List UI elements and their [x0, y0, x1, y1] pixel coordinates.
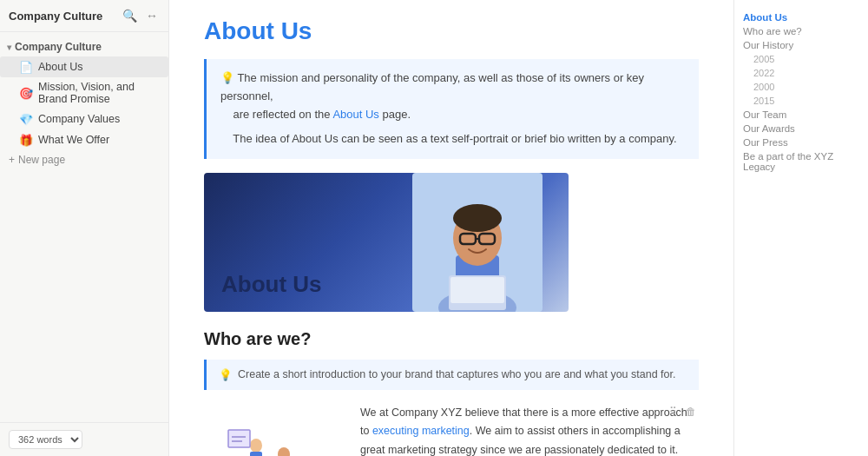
callout-line2: are reflected on the About Us page. — [220, 106, 685, 124]
callout-text3: page. — [379, 108, 411, 121]
toc-item-our-press[interactable]: Our Press — [743, 135, 859, 149]
sidebar-menu-icon[interactable]: ↔ — [144, 7, 160, 24]
toc-item-who-are-we[interactable]: Who are we? — [743, 24, 859, 38]
svg-rect-23 — [228, 430, 250, 447]
svg-point-21 — [250, 439, 262, 453]
sidebar-item-about-us[interactable]: 📄 About Us — [0, 56, 168, 77]
who-tip-text: Create a short introduction to your bran… — [238, 368, 675, 380]
grid-icon[interactable]: ⠿ — [667, 404, 680, 420]
toc-item-2015[interactable]: 2015 — [743, 94, 859, 108]
sidebar-item-label: Company Values — [38, 113, 120, 125]
two-col-section: ⠿ 🗑 — [204, 404, 699, 456]
block-controls: ⠿ 🗑 — [667, 404, 699, 420]
page-icon: 📄 — [19, 60, 33, 74]
toc-sidebar: About Us Who are we? Our History 2005 20… — [733, 0, 868, 456]
new-page-label: New page — [18, 154, 65, 166]
svg-point-4 — [453, 204, 502, 232]
page-title: About Us — [204, 17, 699, 45]
toc-item-our-team[interactable]: Our Team — [743, 108, 859, 122]
callout-link[interactable]: About Us — [332, 108, 378, 121]
body-paragraph-1: We at Company XYZ believe that there is … — [360, 404, 699, 456]
sidebar-item-label: Mission, Vision, and Brand Promise — [38, 81, 160, 105]
sidebar-item-what-we-offer[interactable]: 🎁 What We Offer — [0, 129, 168, 150]
body-text: We at Company XYZ believe that there is … — [360, 404, 699, 456]
highlight-1: executing marketing — [372, 425, 470, 437]
callout-text2: are reflected on the — [233, 108, 332, 121]
svg-rect-9 — [450, 277, 504, 303]
callout-line1: 💡 The mission and personality of the com… — [220, 69, 685, 106]
who-tip-callout: 💡 Create a short introduction to your br… — [204, 360, 699, 390]
toc-item-2005[interactable]: 2005 — [743, 52, 859, 66]
toc-item-our-awards[interactable]: Our Awards — [743, 122, 859, 135]
who-are-we-title: Who are we? — [204, 329, 699, 349]
word-count-bar: 362 words — [0, 422, 168, 456]
sidebar-parent-label: Company Culture — [15, 41, 102, 53]
bulb-icon-2: 💡 — [219, 368, 233, 381]
page-icon: 🎁 — [19, 133, 33, 147]
new-page-button[interactable]: + New page — [0, 150, 168, 169]
bulb-icon: 💡 — [220, 71, 234, 84]
toc-item-xyz-legacy[interactable]: Be a part of the XYZ Legacy — [743, 149, 859, 174]
hero-illustration — [412, 173, 542, 312]
sidebar-parent-item[interactable]: ▾ Company Culture — [0, 37, 168, 56]
svg-rect-22 — [250, 452, 262, 456]
trash-icon[interactable]: 🗑 — [683, 404, 699, 420]
search-icon[interactable]: 🔍 — [121, 7, 139, 24]
sidebar-header: Company Culture 🔍 ↔ — [0, 0, 168, 32]
iso-svg — [204, 404, 343, 456]
svg-point-19 — [278, 447, 290, 456]
chevron-down-icon: ▾ — [7, 43, 11, 52]
hero-text: About Us — [221, 271, 322, 298]
callout-text4: The idea of About Us can be seen as a te… — [220, 130, 685, 149]
toc-item-our-history[interactable]: Our History — [743, 38, 859, 52]
word-count-select[interactable]: 362 words — [9, 430, 82, 449]
plus-icon: + — [9, 154, 15, 166]
sidebar-nav: ▾ Company Culture 📄 About Us 🎯 Mission, … — [0, 32, 168, 422]
isometric-illustration — [204, 404, 343, 456]
sidebar-item-values[interactable]: 💎 Company Values — [0, 109, 168, 129]
toc-item-about-us[interactable]: About Us — [743, 10, 859, 24]
sidebar-title: Company Culture — [9, 10, 102, 23]
toc-item-2022[interactable]: 2022 — [743, 66, 859, 80]
main-content: About Us 💡 The mission and personality o… — [169, 0, 733, 456]
about-us-callout: 💡 The mission and personality of the com… — [204, 59, 699, 159]
callout-text1: The mission and personality of the compa… — [220, 71, 644, 102]
sidebar-icon-group: 🔍 ↔ — [121, 7, 160, 24]
sidebar-item-label: About Us — [38, 61, 82, 73]
toc-item-2000[interactable]: 2000 — [743, 80, 859, 94]
sidebar-item-mission[interactable]: 🎯 Mission, Vision, and Brand Promise — [0, 77, 168, 109]
sidebar: Company Culture 🔍 ↔ ▾ Company Culture 📄 … — [0, 0, 169, 456]
sidebar-item-label: What We Offer — [38, 134, 109, 146]
hero-image: About Us — [204, 173, 569, 312]
page-icon: 💎 — [19, 112, 33, 126]
page-icon: 🎯 — [19, 86, 33, 100]
